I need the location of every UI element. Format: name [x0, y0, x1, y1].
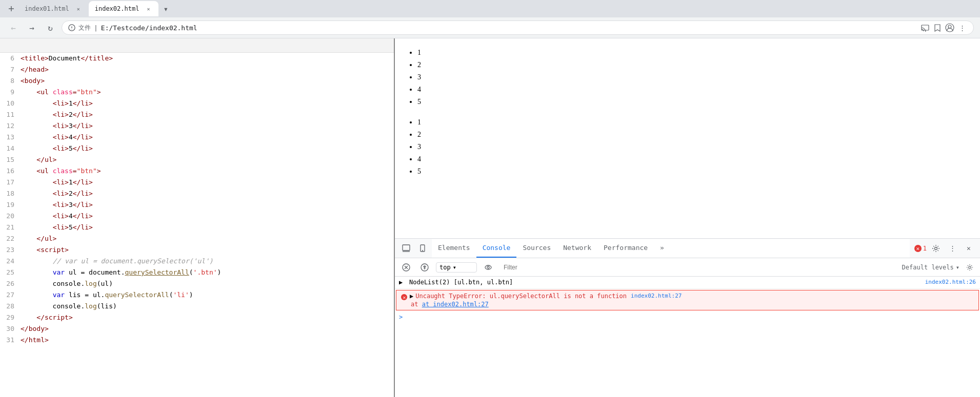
line-content: var ul = document.querySelectorAll('.btn…	[21, 267, 394, 278]
line-num: 15	[0, 154, 21, 165]
console-nodelist-src[interactable]: index02.html:26	[925, 279, 976, 285]
line-content: </ul>	[21, 233, 394, 244]
console-eye-button[interactable]	[481, 260, 495, 275]
main-area: 6 <title>Document</title> 7 </head> 8 <b…	[0, 38, 980, 397]
address-separator: |	[94, 24, 98, 32]
console-input[interactable]	[407, 314, 976, 321]
tab-elements[interactable]: Elements	[432, 239, 476, 258]
editor-tabs	[0, 38, 394, 53]
code-line-8: 8 <body>	[0, 75, 394, 87]
tab-network[interactable]: Network	[557, 239, 597, 258]
bookmark-icon[interactable]	[932, 23, 943, 33]
list-item: 3	[417, 141, 968, 153]
line-num: 8	[0, 75, 21, 87]
tab-close-icon[interactable]: ✕	[144, 5, 152, 13]
line-num: 7	[0, 64, 21, 75]
tab-console[interactable]: Console	[476, 239, 517, 258]
tab-more[interactable]: »	[654, 239, 670, 258]
code-line-23: 23 <script>	[0, 244, 394, 256]
line-content: <li>3</li>	[21, 199, 394, 211]
line-content: <li>2</li>	[21, 109, 394, 120]
tab-bar: index01.html ✕ index02.html ✕ ▾	[0, 0, 980, 17]
error-icon: ✕	[914, 244, 922, 253]
line-content: </body>	[21, 323, 394, 335]
line-content: </html>	[21, 335, 394, 346]
line-content: <li>1</li>	[21, 98, 394, 109]
tab-index01[interactable]: index01.html ✕	[18, 1, 89, 16]
tab-network-label: Network	[563, 244, 591, 252]
line-num: 9	[0, 87, 21, 98]
list-item: 5	[417, 96, 968, 108]
context-value: top	[439, 264, 451, 271]
line-num: 22	[0, 233, 21, 244]
console-prompt-row: >	[395, 311, 980, 323]
profile-icon[interactable]	[945, 23, 955, 33]
code-line-29: 29 </script>	[0, 312, 394, 323]
console-filter-input[interactable]	[499, 263, 898, 272]
error-source-link[interactable]: index02.html:27	[631, 292, 682, 299]
console-triangle-icon[interactable]: ▶	[399, 279, 409, 286]
context-selector[interactable]: top ▾	[436, 262, 477, 273]
menu-icon[interactable]: ⋮	[957, 23, 967, 33]
svg-text:✕: ✕	[916, 246, 920, 252]
console-nodelist-text: NodeList(2) [ul.btn, ul.btn]	[409, 279, 921, 286]
tab-sources-label: Sources	[523, 244, 551, 252]
line-content: <ul class="btn">	[21, 165, 394, 177]
console-filter-toggle[interactable]	[417, 260, 432, 275]
tab-close-icon[interactable]: ✕	[74, 5, 83, 13]
svg-point-13	[485, 265, 491, 269]
error-badge-area: ✕ 1	[914, 244, 927, 253]
svg-point-10	[935, 247, 937, 249]
back-button[interactable]: ←	[6, 20, 21, 35]
line-num: 31	[0, 335, 21, 346]
line-content: var lis = ul.querySelectorAll('li')	[21, 289, 394, 301]
cast-icon[interactable]	[920, 23, 930, 33]
tab-console-label: Console	[483, 244, 511, 252]
line-num: 23	[0, 244, 21, 256]
new-tab-button[interactable]	[4, 2, 18, 16]
line-num: 20	[0, 211, 21, 222]
address-input[interactable]: 文件 | E:/Testcode/index02.html ⋮	[62, 20, 974, 35]
line-num: 16	[0, 165, 21, 177]
console-clear-button[interactable]	[399, 260, 413, 275]
code-line-28: 28 console.log(lis)	[0, 301, 394, 312]
line-content: <li>5</li>	[21, 222, 394, 233]
error-expand-icon[interactable]: ▶	[410, 292, 413, 300]
error-location: at at index02.html:27	[411, 301, 974, 308]
error-location-link[interactable]: at index02.html:27	[422, 301, 489, 308]
code-line-14: 14 <li>5</li>	[0, 143, 394, 154]
error-message: Uncaught TypeError: ul.querySelectorAll …	[415, 292, 627, 300]
code-line-27: 27 var lis = ul.querySelectorAll('li')	[0, 289, 394, 301]
default-levels-dropdown[interactable]: Default levels ▾	[902, 264, 959, 271]
console-settings-button[interactable]	[964, 261, 976, 274]
tab-more-button[interactable]: ▾	[158, 2, 173, 16]
tab-sources[interactable]: Sources	[516, 239, 557, 258]
console-error-row: ✕ ▶ Uncaught TypeError: ul.querySelector…	[396, 290, 979, 310]
address-scheme: 文件	[78, 24, 91, 32]
code-line-15: 15 </ul>	[0, 154, 394, 165]
browser-chrome: index01.html ✕ index02.html ✕ ▾ ← → ↻ 文件…	[0, 0, 980, 38]
tab-performance[interactable]: Performance	[597, 239, 654, 258]
devtools-inspect-button[interactable]	[399, 241, 413, 256]
list-item: 4	[417, 83, 968, 96]
console-content: ▶ NodeList(2) [ul.btn, ul.btn] index02.h…	[395, 277, 980, 397]
devtools-toolbar: Elements Console Sources Network Perform…	[395, 239, 980, 258]
svg-rect-4	[403, 245, 410, 250]
devtools-device-button[interactable]	[415, 241, 430, 256]
devtools-close-button[interactable]: ✕	[962, 241, 976, 256]
code-line-12: 12 <li>3</li>	[0, 120, 394, 132]
code-line-10: 10 <li>1</li>	[0, 98, 394, 109]
svg-point-3	[948, 25, 951, 28]
refresh-button[interactable]: ↻	[43, 20, 57, 35]
line-num: 17	[0, 177, 21, 188]
console-nodelist-row: ▶ NodeList(2) [ul.btn, ul.btn] index02.h…	[395, 277, 980, 289]
tab-label: index02.html	[95, 5, 139, 12]
devtools-settings-button[interactable]	[929, 241, 943, 256]
tab-index02[interactable]: index02.html ✕	[89, 1, 159, 16]
devtools-menu-button[interactable]: ⋮	[945, 241, 959, 256]
forward-button[interactable]: →	[25, 20, 39, 35]
address-text: E:/Testcode/index02.html	[101, 24, 917, 32]
code-line-13: 13 <li>4</li>	[0, 132, 394, 143]
code-line-6: 6 <title>Document</title>	[0, 53, 394, 64]
line-num: 19	[0, 199, 21, 211]
